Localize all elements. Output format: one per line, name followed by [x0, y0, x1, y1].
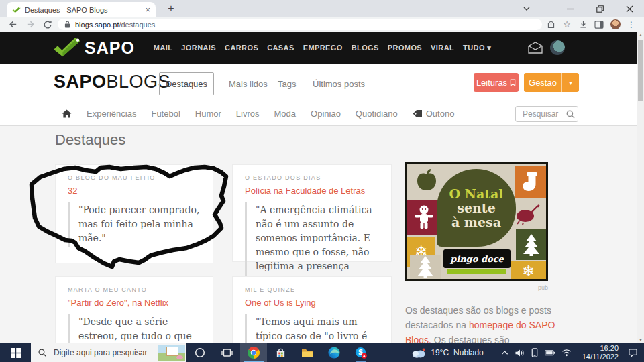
blog-search-input[interactable] [521, 109, 566, 119]
blog-search[interactable] [515, 106, 578, 122]
tab-destaques[interactable]: Destaques [159, 72, 214, 95]
profile-avatar[interactable] [608, 18, 623, 32]
cortana-button[interactable] [186, 343, 213, 362]
user-avatar[interactable] [550, 40, 565, 55]
new-tab-button[interactable]: + [164, 1, 178, 16]
scroll-down-icon[interactable]: ▼ [637, 337, 644, 343]
scrollbar-thumb[interactable] [638, 40, 643, 101]
tree-icon [410, 255, 441, 279]
taskbar-skype-button[interactable]: S [347, 343, 374, 362]
nav-experiencias[interactable]: Experiências [87, 109, 136, 119]
card-post-link[interactable]: One of Us is Lying [245, 298, 380, 308]
chevron-down-icon: ▾ [487, 44, 491, 52]
sapo-logo[interactable]: SAPO [52, 37, 135, 58]
bookmark-star-icon[interactable]: ☆ [559, 18, 574, 32]
wifi-icon[interactable] [561, 349, 572, 357]
sapo-nav-tudo[interactable]: TUDO ▾ [463, 44, 491, 52]
bing-daily-image[interactable] [158, 345, 185, 361]
nav-opiniao[interactable]: Opinião [311, 109, 341, 119]
search-icon[interactable] [566, 109, 576, 119]
browser-tab-active[interactable]: Destaques - SAPO Blogs × [7, 2, 156, 17]
download-icon[interactable] [576, 18, 590, 32]
tray-chevron-up-icon[interactable] [501, 350, 508, 355]
sapo-nav-blogs[interactable]: BLOGS [352, 44, 379, 52]
sapo-logo-text: SAPO [85, 38, 135, 58]
share-icon[interactable] [543, 18, 558, 32]
taskbar-chrome-button[interactable] [240, 343, 267, 362]
taskbar-store-button[interactable] [267, 343, 294, 362]
your-phone-icon[interactable] [531, 348, 539, 357]
restore-button[interactable] [585, 0, 614, 17]
featured-card-3[interactable]: MARTA O MEU CANTO "Partir do Zero", na N… [55, 276, 213, 343]
sapo-nav-mail[interactable]: MAIL [154, 44, 172, 52]
card-post-link[interactable]: 32 [68, 186, 202, 196]
nav-livros[interactable]: Livros [236, 109, 260, 119]
chrome-menu-icon[interactable]: ⋮ [624, 18, 639, 32]
sapo-nav-casas[interactable]: CASAS [267, 44, 294, 52]
featured-card-1[interactable]: O BLOG DO MAU FEITIO 32 "Pode parecer co… [55, 164, 213, 263]
mail-envelope-icon[interactable] [527, 42, 543, 54]
weather-widget[interactable]: 19°C Nublado [411, 348, 484, 358]
tab-tags[interactable]: Tags [278, 73, 296, 95]
nav-humor[interactable]: Humor [195, 109, 221, 119]
featured-card-2[interactable]: O ESTADO DOS DIAS Polícia na Faculdade d… [232, 164, 392, 262]
nav-moda[interactable]: Moda [274, 109, 297, 119]
gestao-button[interactable]: Gestão [524, 73, 561, 92]
gestao-dropdown-button[interactable]: ▾ [561, 73, 579, 92]
tab-close-icon[interactable]: × [145, 5, 150, 15]
taskbar-clock[interactable]: 16:20 14/11/2022 [582, 344, 619, 361]
card-blog-name[interactable]: MARTA O MEU CANTO [68, 286, 202, 293]
system-tray [501, 348, 572, 357]
sapo-nav-promos[interactable]: PROMOS [388, 44, 422, 52]
sapoblogs-brand[interactable]: SAPOBLOGS [54, 72, 170, 93]
browser-toolbar: blogs.sapo.pt/destaques ☆ ⋮ [0, 17, 644, 32]
home-icon[interactable] [62, 109, 72, 118]
task-view-button[interactable] [213, 343, 240, 362]
tag-icon [413, 109, 423, 118]
address-bar[interactable]: blogs.sapo.pt/destaques [58, 19, 542, 30]
url-text: blogs.sapo.pt/destaques [75, 21, 155, 29]
page-scrollbar[interactable]: ▲ ▼ [637, 32, 644, 343]
leituras-button[interactable]: Leituras [474, 73, 519, 92]
side-panel-icon[interactable] [592, 18, 606, 32]
scroll-up-icon[interactable]: ▲ [637, 32, 644, 38]
ad-line-1: O Natal [449, 187, 503, 201]
taskbar-search-input[interactable] [52, 347, 156, 358]
card-blog-name[interactable]: MIL E QUINZE [245, 286, 380, 293]
minimize-button[interactable] [555, 0, 585, 17]
tab-mais-lidos[interactable]: Mais lidos [229, 73, 268, 95]
tab-ultimos-posts[interactable]: Últimos posts [313, 73, 365, 95]
volume-icon[interactable] [515, 349, 525, 357]
sapo-nav-emprego[interactable]: EMPREGO [303, 44, 343, 52]
featured-card-4[interactable]: MIL E QUINZE One of Us is Lying "Temos a… [232, 276, 392, 343]
nav-futebol[interactable]: Futebol [151, 109, 180, 119]
reload-button[interactable] [39, 18, 56, 32]
card-post-link[interactable]: Polícia na Faculdade de Letras [245, 186, 380, 196]
taskbar-search[interactable] [31, 343, 186, 362]
sapo-nav-jornais[interactable]: JORNAIS [181, 44, 216, 52]
card-blog-name[interactable]: O ESTADO DOS DIAS [245, 174, 380, 181]
card-quote: "Temos aqui mais um típico caso de "o li… [245, 314, 380, 343]
taskbar-edge-button[interactable] [321, 343, 347, 362]
nav-quotidiano[interactable]: Quotidiano [356, 109, 398, 119]
action-center-button[interactable] [624, 348, 641, 357]
tab-search-chevron-icon[interactable] [517, 0, 537, 17]
ad-message: O Natal sente à mesa [437, 169, 516, 247]
card-blog-name[interactable]: O BLOG DO MAU FEITIO [68, 174, 202, 181]
nav-tag-outono[interactable]: Outono [413, 109, 455, 119]
back-button[interactable] [4, 18, 21, 32]
stocking-icon [515, 166, 546, 198]
forward-button[interactable] [21, 18, 39, 32]
bookmark-icon [510, 79, 516, 86]
weather-desc: Nublado [453, 348, 484, 357]
sapo-nav-carros[interactable]: CARROS [225, 44, 258, 52]
close-window-button[interactable] [614, 0, 644, 17]
start-button[interactable] [0, 343, 31, 362]
sapo-nav-viral[interactable]: VIRAL [431, 44, 454, 52]
battery-icon[interactable] [545, 349, 555, 357]
leituras-label: Leituras [476, 78, 507, 88]
card-post-link[interactable]: "Partir do Zero", na Netflix [68, 298, 202, 308]
clock-time: 16:20 [582, 344, 619, 353]
pingo-doce-ad[interactable]: ❄ ❄ O Natal sente à mesa pingo doce [405, 162, 548, 281]
taskbar-explorer-button[interactable] [294, 343, 321, 362]
